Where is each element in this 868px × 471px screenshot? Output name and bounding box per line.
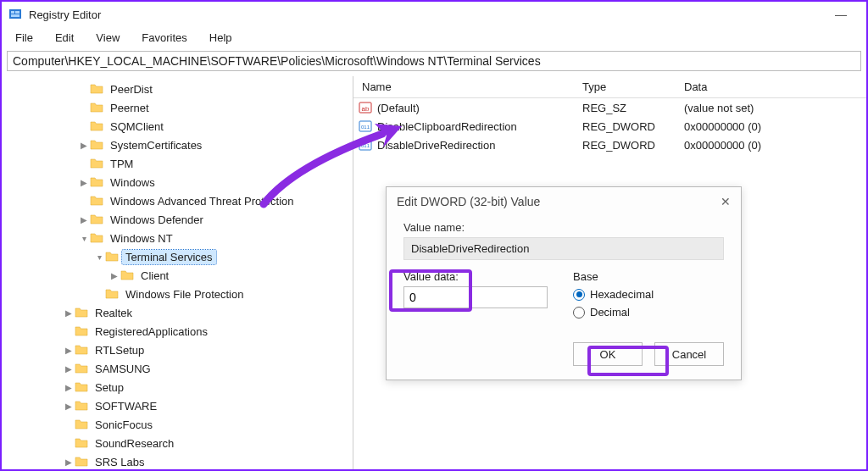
folder-icon <box>75 455 88 468</box>
tree-item[interactable]: ▶Client <box>2 266 353 285</box>
tree-item[interactable]: ▶Realtek <box>2 303 353 322</box>
tree-item[interactable]: Windows Advanced Threat Protection <box>2 191 353 210</box>
value-type: REG_DWORD <box>574 139 676 152</box>
list-row[interactable]: 011DisableClipboardRedirectionREG_DWORD0… <box>353 117 866 136</box>
tree-item[interactable]: ▾Terminal Services <box>2 247 353 266</box>
edit-dword-dialog: Edit DWORD (32-bit) Value ✕ Value name: … <box>386 186 742 380</box>
tree-item[interactable]: Windows File Protection <box>2 285 353 303</box>
tree-item[interactable]: ▶SAMSUNG <box>2 359 353 378</box>
chevron-icon[interactable]: ▶ <box>63 346 75 355</box>
value-data-label: Value data: <box>403 270 548 283</box>
radio-icon <box>573 307 585 319</box>
chevron-icon[interactable]: ▾ <box>93 252 105 262</box>
tree-item-label: SoundResearch <box>92 436 177 451</box>
menu-help[interactable]: Help <box>201 30 241 46</box>
chevron-icon[interactable]: ▶ <box>63 364 75 374</box>
tree-item[interactable]: ▶Windows Defender <box>2 210 353 229</box>
chevron-icon[interactable]: ▶ <box>63 383 75 392</box>
tree-item[interactable]: ▶SOFTWARE <box>2 396 353 415</box>
chevron-icon[interactable]: ▶ <box>63 308 75 318</box>
folder-icon <box>90 101 103 114</box>
tree-panel[interactable]: PeerDistPeernetSQMClient▶SystemCertifica… <box>2 76 353 469</box>
tree-item-label: Windows File Protection <box>122 287 247 302</box>
tree-item[interactable]: ▶RTLSetup <box>2 341 353 359</box>
regedit-icon <box>8 8 22 21</box>
folder-icon <box>75 399 88 413</box>
menu-edit[interactable]: Edit <box>47 30 82 46</box>
chevron-icon[interactable]: ▶ <box>63 457 75 467</box>
list-header: Name Type Data <box>353 76 866 98</box>
folder-icon <box>105 287 119 301</box>
tree-item[interactable]: TPM <box>2 154 353 173</box>
address-text: Computer\HKEY_LOCAL_MACHINE\SOFTWARE\Pol… <box>13 54 541 68</box>
tree-item[interactable]: RegisteredApplications <box>2 322 353 341</box>
svg-rect-3 <box>11 14 19 17</box>
tree-item[interactable]: ▶Windows <box>2 173 353 191</box>
folder-icon <box>90 119 103 133</box>
tree-item[interactable]: ▶SystemCertificates <box>2 136 353 154</box>
value-data: (value not set) <box>676 102 866 114</box>
tree-item[interactable]: SoundResearch <box>2 434 353 452</box>
chevron-icon[interactable]: ▶ <box>78 141 90 150</box>
tree-item-label: Client <box>137 269 172 283</box>
folder-icon <box>90 175 103 189</box>
tree-item-label: Terminal Services <box>122 250 216 264</box>
tree-item-label: Windows Advanced Threat Protection <box>107 194 298 208</box>
value-type: REG_DWORD <box>574 120 676 133</box>
menu-view[interactable]: View <box>87 30 128 46</box>
menubar: File Edit View Favorites Help <box>2 27 866 47</box>
value-icon: 011 <box>359 138 374 152</box>
chevron-icon[interactable]: ▾ <box>78 234 90 243</box>
tree-item[interactable]: PeerDist <box>2 80 353 98</box>
svg-text:011: 011 <box>361 143 370 148</box>
value-type: REG_SZ <box>574 102 676 114</box>
col-name[interactable]: Name <box>353 80 574 93</box>
radio-decimal[interactable]: Decimal <box>573 306 654 319</box>
folder-icon <box>90 231 103 245</box>
tree-item[interactable]: Peernet <box>2 98 353 117</box>
folder-icon <box>75 436 88 450</box>
value-name: (Default) <box>377 102 574 114</box>
tree-item-label: PeerDist <box>107 82 156 97</box>
tree-item[interactable]: ▾Windows NT <box>2 229 353 247</box>
col-type[interactable]: Type <box>574 80 676 93</box>
tree-item[interactable]: SQMClient <box>2 117 353 136</box>
value-name: DisableClipboardRedirection <box>377 120 574 133</box>
radio-hex-label: Hexadecimal <box>590 288 654 301</box>
ok-button[interactable]: OK <box>573 342 643 366</box>
menu-favorites[interactable]: Favorites <box>133 30 195 46</box>
value-icon: ab <box>359 101 374 114</box>
tree-item-label: SOFTWARE <box>92 399 160 413</box>
folder-icon <box>120 269 134 282</box>
folder-icon <box>75 306 88 319</box>
list-row[interactable]: 011DisableDriveRedirectionREG_DWORD0x000… <box>353 136 866 154</box>
minimize-button[interactable]: ― <box>822 8 860 21</box>
chevron-icon[interactable]: ▶ <box>108 271 120 280</box>
col-data[interactable]: Data <box>676 80 866 93</box>
cancel-button[interactable]: Cancel <box>654 342 724 366</box>
folder-icon <box>75 324 88 338</box>
chevron-icon[interactable]: ▶ <box>78 215 90 224</box>
value-name-label: Value name: <box>403 221 724 234</box>
tree-item[interactable]: ▶SRS Labs <box>2 452 353 469</box>
chevron-icon[interactable]: ▶ <box>78 178 90 187</box>
address-bar[interactable]: Computer\HKEY_LOCAL_MACHINE\SOFTWARE\Pol… <box>7 51 861 71</box>
dialog-titlebar: Edit DWORD (32-bit) Value ✕ <box>387 187 741 216</box>
svg-rect-1 <box>11 11 14 14</box>
tree-item-label: RegisteredApplications <box>92 324 211 339</box>
list-row[interactable]: ab(Default)REG_SZ(value not set) <box>353 98 866 117</box>
tree-item[interactable]: SonicFocus <box>2 415 353 434</box>
menu-file[interactable]: File <box>7 30 42 46</box>
value-data-input[interactable] <box>403 286 548 308</box>
folder-icon <box>75 418 88 431</box>
chevron-icon[interactable]: ▶ <box>63 402 75 411</box>
close-icon[interactable]: ✕ <box>721 195 731 208</box>
value-icon: 011 <box>359 119 374 133</box>
tree-item-label: Windows NT <box>107 231 176 246</box>
folder-icon <box>90 194 103 208</box>
radio-icon <box>573 289 585 301</box>
radio-hexadecimal[interactable]: Hexadecimal <box>573 288 654 301</box>
dialog-title: Edit DWORD (32-bit) Value <box>397 195 540 208</box>
svg-text:ab: ab <box>362 105 370 113</box>
tree-item[interactable]: ▶Setup <box>2 378 353 396</box>
